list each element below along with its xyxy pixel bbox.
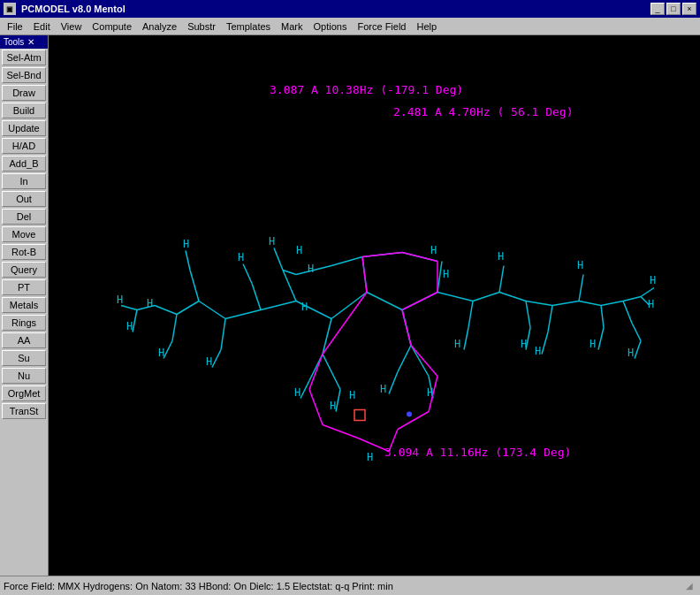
sidebar-move[interactable]: Move <box>2 226 46 242</box>
status-text: Force Field: MMX Hydrogens: On Natom: 33… <box>4 581 393 591</box>
svg-line-51 <box>301 381 309 399</box>
status-bar: Force Field: MMX Hydrogens: On Natom: 33… <box>0 576 700 595</box>
svg-text:H: H <box>521 338 527 350</box>
sidebar-build[interactable]: Build <box>2 103 46 118</box>
sidebar-add-b[interactable]: Add_B <box>2 156 46 172</box>
svg-line-90 <box>362 253 402 257</box>
sidebar-draw[interactable]: Draw <box>2 85 46 101</box>
svg-line-14 <box>190 271 199 301</box>
svg-line-30 <box>601 301 623 306</box>
svg-line-16 <box>172 315 177 341</box>
menu-file[interactable]: File <box>2 19 28 34</box>
svg-line-50 <box>212 350 221 368</box>
menu-edit[interactable]: Edit <box>28 19 56 34</box>
cyan-bonds <box>121 248 654 412</box>
sidebar-su[interactable]: Su <box>2 350 46 366</box>
svg-text:H: H <box>628 347 634 359</box>
minimize-button[interactable]: _ <box>651 3 665 15</box>
sidebar-close-icon[interactable]: ✕ <box>27 37 34 47</box>
svg-text:H: H <box>650 274 656 286</box>
svg-line-24 <box>526 301 552 306</box>
svg-line-38 <box>398 346 411 372</box>
svg-line-46 <box>186 251 190 271</box>
svg-line-12 <box>221 319 225 350</box>
svg-text:H: H <box>349 389 355 401</box>
svg-text:H: H <box>308 263 314 275</box>
title-bar-controls[interactable]: _ □ × <box>651 3 696 15</box>
svg-line-94 <box>402 310 411 346</box>
svg-text:H: H <box>430 244 437 256</box>
annotation-1: 3.087 A 10.38Hz (-179.1 Deg) <box>270 83 463 96</box>
magenta-bonds <box>309 253 438 452</box>
svg-line-11 <box>199 301 225 319</box>
maximize-button[interactable]: □ <box>666 3 681 15</box>
svg-line-34 <box>632 324 641 341</box>
sidebar-aa[interactable]: AA <box>2 332 46 348</box>
svg-line-18 <box>438 293 473 301</box>
menu-options[interactable]: Options <box>308 19 353 34</box>
sidebar-transt[interactable]: TranSt <box>2 403 46 419</box>
sidebar-rings[interactable]: Rings <box>2 315 46 331</box>
sidebar-del[interactable]: Del <box>2 209 46 225</box>
svg-line-48 <box>133 310 137 332</box>
sidebar-had[interactable]: H/AD <box>2 138 46 154</box>
menu-forcefield[interactable]: Force Field <box>352 19 411 34</box>
sidebar-orgmet[interactable]: OrgMet <box>2 385 46 401</box>
svg-line-35 <box>323 355 340 390</box>
svg-line-13 <box>177 301 199 315</box>
molecule-display: 3.087 A 10.38Hz (-179.1 Deg) 2.481 A 4.7… <box>49 35 700 576</box>
svg-line-32 <box>623 297 641 301</box>
sidebar-rot-b[interactable]: Rot-B <box>2 244 46 260</box>
sidebar-sel-bnd[interactable]: Sel-Bnd <box>2 67 46 83</box>
svg-line-100 <box>309 390 323 425</box>
svg-line-55 <box>464 328 468 350</box>
svg-line-29 <box>579 275 583 301</box>
main-layout: Tools ✕ Sel-Atm Sel-Bnd Draw Build Updat… <box>0 35 700 576</box>
svg-text:H: H <box>126 320 133 332</box>
svg-line-57 <box>542 332 548 355</box>
svg-text:H: H <box>238 251 244 263</box>
svg-line-7 <box>261 301 296 310</box>
sidebar-in[interactable]: In <box>2 173 46 189</box>
close-button[interactable]: × <box>682 3 696 15</box>
canvas-area[interactable]: 3.087 A 10.38Hz (-179.1 Deg) 2.481 A 4.7… <box>49 35 700 576</box>
svg-line-93 <box>402 293 438 310</box>
svg-line-21 <box>468 301 473 328</box>
svg-text:H: H <box>269 235 275 248</box>
menu-mark[interactable]: Mark <box>276 19 308 34</box>
menu-substr[interactable]: Substr <box>182 19 221 34</box>
svg-line-47 <box>121 306 137 310</box>
resize-grip: ◢ <box>682 579 696 593</box>
sidebar-update[interactable]: Update <box>2 120 46 136</box>
svg-text:H: H <box>535 345 541 357</box>
svg-line-25 <box>526 301 530 328</box>
sidebar-pt[interactable]: PT <box>2 279 46 295</box>
sidebar-nu[interactable]: Nu <box>2 368 46 384</box>
sidebar-out[interactable]: Out <box>2 191 46 207</box>
atom-marker-2 <box>407 412 412 417</box>
sidebar-metals[interactable]: Metals <box>2 297 46 313</box>
svg-line-95 <box>411 346 438 377</box>
svg-line-59 <box>635 341 641 359</box>
svg-line-10 <box>252 284 261 310</box>
svg-line-0 <box>331 293 367 319</box>
svg-text:H: H <box>206 355 212 368</box>
sidebar-sel-atm[interactable]: Sel-Atm <box>2 50 46 65</box>
menu-view[interactable]: View <box>56 19 88 34</box>
svg-line-27 <box>548 306 552 332</box>
svg-text:H: H <box>183 238 189 250</box>
menu-analyze[interactable]: Analyze <box>137 19 182 34</box>
menu-templates[interactable]: Templates <box>221 19 276 34</box>
svg-text:H: H <box>498 250 504 263</box>
svg-text:H: H <box>590 338 596 350</box>
svg-line-22 <box>499 293 526 301</box>
svg-text:H: H <box>367 451 373 463</box>
svg-line-88 <box>323 293 367 355</box>
sidebar-query[interactable]: Query <box>2 262 46 278</box>
menu-compute[interactable]: Compute <box>87 19 137 34</box>
menu-help[interactable]: Help <box>411 19 442 34</box>
svg-line-49 <box>164 341 172 359</box>
svg-line-52 <box>336 390 340 412</box>
svg-line-60 <box>641 288 654 297</box>
sidebar-header: Tools ✕ <box>0 35 48 49</box>
